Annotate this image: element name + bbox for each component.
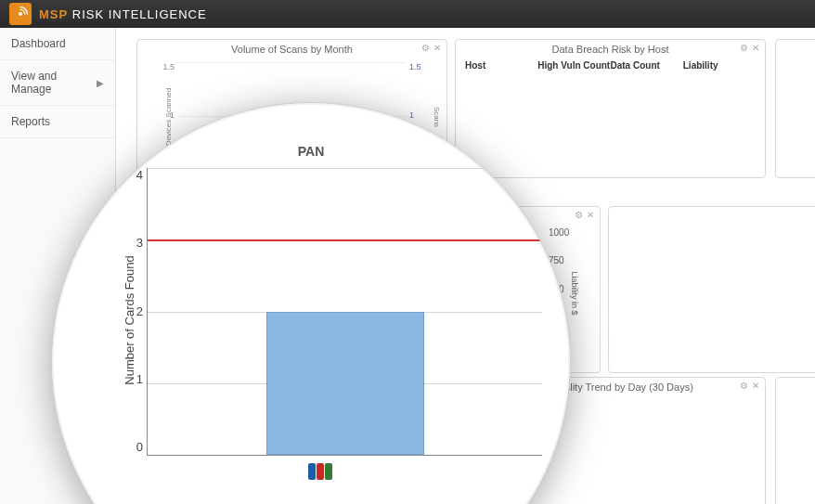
nav-reports[interactable]: Reports [0, 106, 115, 138]
panel-breach-title: Data Breach Risk by Host ⚙ ✕ [456, 40, 765, 57]
volume-right-axis-label: Scans [432, 107, 440, 127]
panel-stub-top: ⚙ ✕ [775, 39, 815, 178]
zoom-pan-bar-jcb [266, 312, 424, 456]
panel-stub-bottom [775, 377, 815, 504]
gear-icon[interactable]: ⚙ [575, 210, 583, 220]
panel-volume-title: Volume of Scans by Month ⚙ ✕ [137, 40, 446, 57]
zoom-pan-yticks: 4 3 2 1 0 [126, 168, 143, 454]
nav-dashboard[interactable]: Dashboard [0, 28, 115, 60]
nav-reports-label: Reports [11, 115, 50, 128]
panel-unencrypted: Unencr [608, 206, 815, 373]
nav-dashboard-label: Dashboard [11, 37, 66, 50]
panel-stub-top-title: ⚙ ✕ [776, 40, 815, 45]
zoom-pan-title: PAN [298, 144, 325, 159]
close-icon[interactable]: ✕ [752, 43, 759, 53]
close-icon[interactable]: ✕ [752, 381, 759, 391]
logo-icon [9, 3, 32, 25]
col-data: Data Count [611, 60, 683, 71]
liability-axis-label: Liability in $ [569, 271, 578, 315]
zoom-pan-trendline [148, 239, 571, 241]
zoom-pan-plot [147, 168, 542, 456]
zoom-pan-chart: Number of Cards Found 4 3 2 1 0 [98, 168, 542, 472]
close-icon[interactable]: ✕ [433, 43, 441, 53]
col-host: Host [465, 60, 537, 71]
app-header: MSP RISK INTELLIGENCE [0, 0, 815, 28]
col-vuln: High Vuln Count [537, 60, 610, 71]
breach-table-header: Host High Vuln Count Data Count Liabilit… [456, 57, 765, 74]
brand-title: MSP RISK INTELLIGENCE [39, 7, 207, 21]
svg-point-0 [19, 12, 22, 16]
close-icon[interactable]: ✕ [587, 210, 594, 220]
nav-view-manage-label: View and Manage [11, 70, 97, 96]
panel-unencrypted-title: Unencr [609, 207, 815, 226]
panel-breach-risk: Data Breach Risk by Host ⚙ ✕ Host High V… [455, 39, 766, 178]
gear-icon[interactable]: ⚙ [740, 381, 748, 391]
brand-accent: MSP [39, 7, 68, 21]
brand-rest: RISK INTELLIGENCE [72, 7, 207, 21]
panel-volume-title-text: Volume of Scans by Month [231, 44, 353, 55]
nav-view-manage[interactable]: View and Manage ▶ [0, 60, 115, 106]
col-liability: Liability [683, 60, 756, 71]
panel-breach-title-text: Data Breach Risk by Host [552, 44, 669, 55]
jcb-icon [308, 463, 332, 480]
gear-icon[interactable]: ⚙ [740, 43, 748, 53]
gear-icon[interactable]: ⚙ [421, 43, 430, 53]
chevron-right-icon: ▶ [97, 78, 104, 88]
